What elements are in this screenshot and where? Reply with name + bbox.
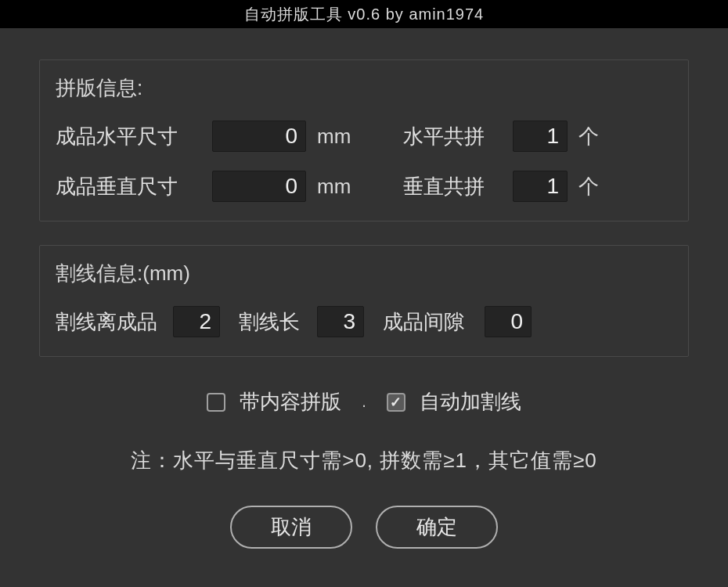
product-gap-label: 成品间隙 <box>383 308 485 336</box>
horiz-count-input[interactable] <box>513 121 568 152</box>
auto-cutline-checkbox[interactable]: ✓ <box>387 393 405 412</box>
cut-length-input[interactable] <box>317 306 364 337</box>
button-row: 取消 确定 <box>39 506 689 549</box>
with-content-label: 带内容拼版 <box>240 388 341 416</box>
check-icon: ✓ <box>390 395 402 409</box>
ok-button[interactable]: 确定 <box>376 506 498 549</box>
vert-size-row: 成品垂直尺寸 mm 垂直共拼 个 <box>56 171 672 202</box>
vert-count-label: 垂直共拼 <box>403 173 513 200</box>
cut-length-label: 割线长 <box>239 308 317 336</box>
cut-offset-input[interactable] <box>173 306 220 337</box>
separator-dot: . <box>362 393 366 411</box>
cancel-button[interactable]: 取消 <box>230 506 352 549</box>
imposition-group-title: 拼版信息: <box>56 74 672 102</box>
with-content-checkbox[interactable] <box>207 393 225 412</box>
vert-size-input[interactable] <box>212 171 306 202</box>
vert-size-label: 成品垂直尺寸 <box>56 173 212 200</box>
horiz-size-input[interactable] <box>212 121 306 152</box>
product-gap-input[interactable] <box>485 306 532 337</box>
imposition-group: 拼版信息: 成品水平尺寸 mm 水平共拼 个 成品垂直尺寸 mm 垂直共拼 个 <box>39 59 689 221</box>
horiz-size-label: 成品水平尺寸 <box>56 123 212 150</box>
horiz-count-unit: 个 <box>578 123 599 150</box>
note-text: 注：水平与垂直尺寸需>0, 拼数需≥1，其它值需≥0 <box>39 447 689 474</box>
auto-cutline-label: 自动加割线 <box>420 388 521 416</box>
content-area: 拼版信息: 成品水平尺寸 mm 水平共拼 个 成品垂直尺寸 mm 垂直共拼 个 … <box>0 28 728 572</box>
cutline-row: 割线离成品 割线长 成品间隙 <box>56 306 672 337</box>
horiz-size-row: 成品水平尺寸 mm 水平共拼 个 <box>56 121 672 152</box>
cutline-group-title: 割线信息:(mm) <box>56 260 672 287</box>
horiz-count-label: 水平共拼 <box>403 123 513 150</box>
titlebar: 自动拼版工具 v0.6 by amin1974 <box>0 0 728 28</box>
vert-count-input[interactable] <box>513 171 568 202</box>
horiz-size-unit: mm <box>317 124 364 149</box>
vert-size-unit: mm <box>317 175 364 199</box>
window-title: 自动拼版工具 v0.6 by amin1974 <box>244 4 484 25</box>
cutline-group: 割线信息:(mm) 割线离成品 割线长 成品间隙 <box>39 245 689 357</box>
vert-count-unit: 个 <box>578 173 599 200</box>
cut-offset-label: 割线离成品 <box>56 308 173 336</box>
options-row: 带内容拼版 . ✓ 自动加割线 <box>39 388 689 416</box>
